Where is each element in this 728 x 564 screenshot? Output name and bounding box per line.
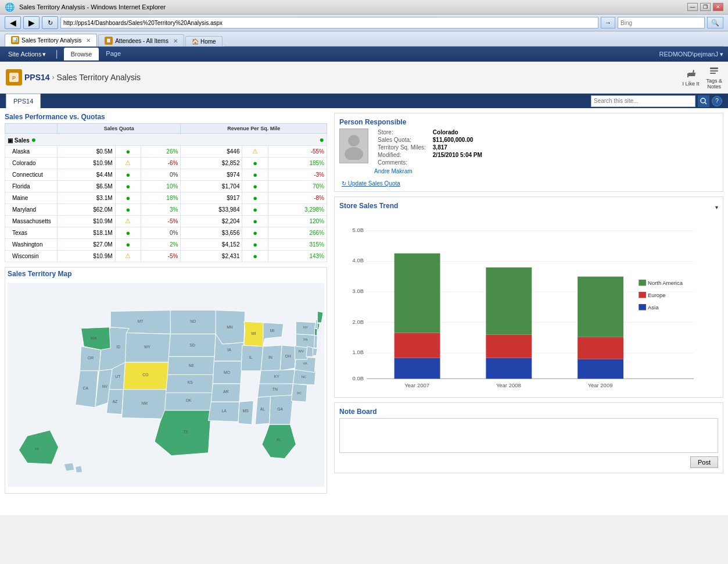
close-button[interactable]: ✕ [713,3,723,11]
rev-pct: 315% [268,239,327,251]
ribbon-tab-browse[interactable]: Browse [64,48,99,60]
legend-europe-label: Europe [648,292,665,298]
svg-text:SC: SC [297,391,302,395]
update-quota-label: Update Sales Quota [348,180,400,187]
search-button[interactable]: 🔍 [707,17,723,28]
breadcrumb-site[interactable]: PPS14 [24,73,50,82]
svg-text:MT: MT [138,319,144,323]
state-name: Alaska [5,146,58,158]
quota-pct: -5% [141,216,181,227]
legend-asia-swatch [639,304,646,310]
quota-status: ● [115,227,141,239]
legend-asia-label: Asia [648,304,659,310]
tab-home[interactable]: 🏠 Home [185,36,223,47]
go-button[interactable]: → [601,17,615,28]
rev-value: $3,656 [181,227,242,239]
tab-close-attendees[interactable]: ✕ [173,38,178,44]
bar-2008-europe [486,335,532,358]
group-label: Sales [15,137,30,144]
group-status-dot: ● [31,135,36,144]
forward-button[interactable]: ▶ [23,16,40,29]
person-section: Person Responsible Store: [334,113,723,192]
table-row: Maryland $62.0M ● 3% $33,984 ● 3,298% [5,204,327,216]
svg-text:CO: CO [142,373,148,377]
chart-dropdown[interactable]: ▾ [715,204,718,210]
comments-label: Comments: [374,159,429,166]
ribbon-user[interactable]: REDMOND\pejmanJ ▾ [659,51,723,58]
quota-value: $62.0M [58,204,116,216]
person-name-link[interactable]: Andre Makram [374,168,413,174]
chart-svg: 5.0B 4.0B 3.0B 2.0B 1.0B 0.0B [339,217,718,391]
x-label-2009: Year 2009 [588,382,613,388]
search-input[interactable] [618,17,705,28]
table-row: Colorado $10.9M ⚠ -6% $2,852 ● 185% [5,158,327,169]
nav-item-pps14[interactable]: PPS14 [6,94,41,108]
svg-text:WA: WA [91,336,97,340]
sales-performance-table: Sales Quota Revenue Per Sq. Mile ▣ Sales… [5,123,327,262]
y-label-1b: 1.0B [353,349,364,355]
site-search-input[interactable] [591,95,695,107]
rev-pct: 185% [268,158,327,169]
browser-window: 🌐 Sales Territory Analysis - Windows Int… [0,0,728,515]
rev-pct: 70% [268,181,327,192]
address-bar: ◀ ▶ ↻ → 🔍 [0,15,728,31]
us-map-svg[interactable]: WA OR CA NV ID MT WY CO UT AZ NM ND SD N… [8,280,324,490]
rev-pct: -3% [268,169,327,181]
state-name: Washington [5,239,58,251]
rev-value: $2,204 [181,216,242,227]
svg-text:ND: ND [190,319,196,323]
note-board-input[interactable] [339,418,718,453]
quota-value: $10.9M [58,158,116,169]
site-search-button[interactable] [698,95,709,107]
territory-value: 3,817 [429,144,486,151]
rev-pct: 266% [268,227,327,239]
tab-close-sales[interactable]: ✕ [86,37,91,44]
table-row: Wisconsin $10.9M ⚠ -5% $2,431 ● 143% [5,251,327,262]
table-row: Maine $3.1M ● 18% $917 ● -8% [5,192,327,204]
quota-pct: -6% [141,158,181,169]
refresh-button[interactable]: ↻ [42,16,58,29]
col-quota-header: Sales Quota [58,124,181,134]
tab-attendees[interactable]: 📋 Attendees - All Items ✕ [98,34,184,47]
group-header-sales: ▣ Sales ● ● [5,134,327,146]
sales-performance-title: Sales Performance vs. Quotas [5,113,327,121]
rev-status: ● [242,239,268,251]
help-button[interactable]: ? [712,96,722,106]
bar-2009-europe [578,337,623,359]
post-button[interactable]: Post [690,456,718,468]
note-board-section: Note Board Post [334,402,723,473]
site-actions-button[interactable]: Site Actions ▾ [5,49,49,59]
sp-breadcrumb: P PPS14 › Sales Territory Analysis I Lik… [0,62,728,94]
breadcrumb-actions: I Like It Tags & Notes [682,65,722,90]
y-label-4b: 4.0B [353,257,364,263]
bar-2009-na [578,277,623,337]
rev-status: ● [242,181,268,192]
group-expand-icon[interactable]: ▣ [8,137,13,144]
site-actions-arrow: ▾ [42,51,46,58]
update-quota-button[interactable]: ↻ Update Sales Quota [342,180,400,187]
tags-notes-button[interactable]: Tags & Notes [706,65,722,90]
restore-button[interactable]: ❐ [700,3,711,11]
svg-marker-9 [76,466,83,473]
browser-tabs: 📊 Sales Territory Analysis ✕ 📋 Attendees… [0,31,728,47]
tab-icon-sales: 📊 [11,36,19,44]
col-rev-header: Revenue Per Sq. Mile [181,124,327,134]
quota-status: ⚠ [115,158,141,169]
tab-label-attendees: Attendees - All Items [115,38,168,44]
browser-titlebar: 🌐 Sales Territory Analysis - Windows Int… [0,0,728,15]
minimize-button[interactable]: — [687,3,698,11]
i-like-it-button[interactable]: I Like It [682,68,699,87]
browser-controls: — ❐ ✕ [687,3,723,11]
ribbon-tabs: Browse Page [64,48,128,60]
ribbon-tab-page[interactable]: Page [99,48,128,60]
svg-text:MN: MN [227,325,233,329]
svg-text:AR: AR [223,390,229,394]
rev-pct: 3,298% [268,204,327,216]
left-panel: Sales Performance vs. Quotas Sales Quota… [5,113,327,494]
svg-line-6 [705,102,707,104]
svg-text:MO: MO [224,370,230,374]
address-input[interactable] [60,17,598,28]
back-button[interactable]: ◀ [5,16,21,29]
table-row: Massachusetts $10.9M ⚠ -5% $2,204 ● 120% [5,216,327,227]
tab-sales-territory[interactable]: 📊 Sales Territory Analysis ✕ [5,34,97,47]
